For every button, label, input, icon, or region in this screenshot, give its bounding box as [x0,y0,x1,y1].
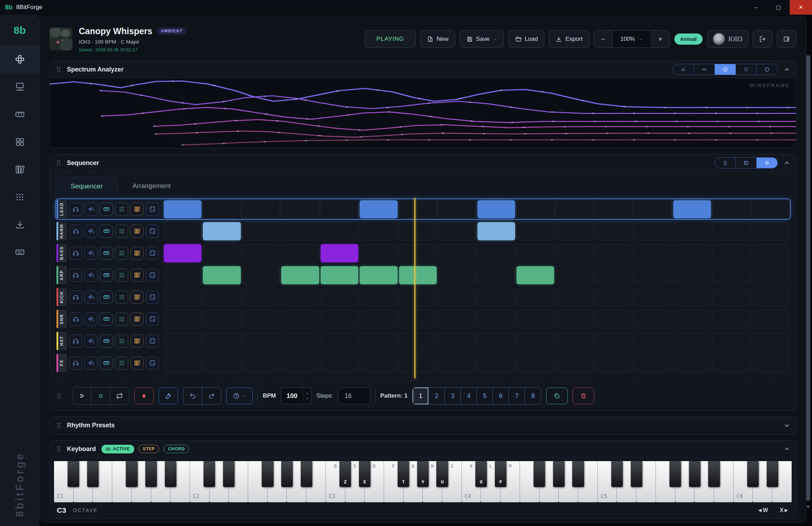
sequencer-split-panel-mode[interactable] [736,158,757,168]
step-cell[interactable] [712,244,750,262]
step-cell[interactable] [321,266,358,284]
step-cell[interactable] [712,222,750,240]
black-key[interactable]: Y [417,461,429,487]
step-cell[interactable] [595,332,633,350]
step-cell[interactable] [321,332,358,350]
library-button[interactable] [130,356,144,370]
step-cell[interactable] [281,200,319,218]
octave-down-button[interactable]: ◄W [757,507,768,513]
dots-grid-button[interactable] [115,203,128,216]
pattern-button-1[interactable]: 1 [413,388,429,404]
step-cell[interactable] [321,288,358,306]
sidebar-item-monitor-node[interactable] [0,73,39,100]
pattern-button-8[interactable]: 8 [525,388,541,404]
step-cell[interactable] [164,332,201,350]
step-cell[interactable] [634,244,672,262]
headphones-button[interactable] [69,356,82,370]
mute-button[interactable] [84,225,98,238]
step-cell[interactable] [556,266,593,284]
step-cell[interactable] [242,266,280,284]
step-cell[interactable] [321,310,358,328]
dice-button[interactable] [146,335,159,348]
step-cell[interactable] [164,244,201,262]
step-cell[interactable] [712,288,750,306]
sequencer-bulb-mode[interactable] [715,158,736,168]
step-cell[interactable] [399,332,437,350]
step-cell[interactable] [203,354,240,372]
black-key[interactable] [553,461,565,487]
step-cell[interactable] [595,244,633,262]
vertical-scrollbar[interactable] [806,52,810,521]
step-cell[interactable] [477,266,515,284]
steps-input[interactable]: 16 [338,388,370,404]
step-cell[interactable] [281,266,319,284]
step-cell[interactable] [752,266,789,284]
step-cell[interactable] [164,354,201,372]
black-key[interactable]: T [398,461,409,487]
step-cell[interactable] [281,222,319,240]
step-cell[interactable] [556,288,593,306]
new-button[interactable]: New [420,30,455,48]
step-cell[interactable] [399,200,437,218]
step-cell[interactable] [321,354,358,372]
piano-button[interactable] [100,203,113,216]
step-cell[interactable] [242,354,280,372]
dots-grid-button[interactable] [115,269,128,282]
dots-grid-button[interactable] [115,313,128,326]
step-cell[interactable] [164,200,201,218]
library-button[interactable] [130,203,144,216]
step-cell[interactable] [516,266,554,284]
step-cell[interactable] [281,244,319,262]
step-cell[interactable] [203,200,240,218]
step-cell[interactable] [438,332,476,350]
dice-button[interactable] [146,269,159,282]
step-cell[interactable] [752,332,789,350]
sidebar-item-dots-grid[interactable] [0,183,39,211]
black-key[interactable] [534,461,545,487]
step-cell[interactable] [673,200,711,218]
black-key[interactable] [747,461,759,487]
library-button[interactable] [130,291,144,304]
piano-button[interactable] [100,269,113,282]
piano-button[interactable] [100,356,113,370]
dice-button[interactable] [146,356,159,370]
step-cell[interactable] [595,354,633,372]
panel-toggle-button[interactable] [777,30,796,48]
spectrum-dots-grid-mode[interactable] [736,64,757,75]
black-key[interactable] [767,461,778,487]
collapse-sequencer-icon[interactable] [783,159,790,166]
chord-mode-badge[interactable]: CHORD [163,445,189,453]
step-cell[interactable] [712,266,750,284]
black-key[interactable]: Z [339,461,351,487]
step-cell[interactable] [281,310,319,328]
headphones-button[interactable] [69,225,82,238]
dots-grid-button[interactable] [115,247,128,260]
black-key[interactable] [262,461,273,487]
dice-button[interactable] [146,313,159,326]
step-cell[interactable] [164,288,201,306]
step-cell[interactable] [438,288,476,306]
step-cell[interactable] [321,244,358,262]
pattern-button-5[interactable]: 5 [477,388,493,404]
zoom-in-button[interactable]: + [651,31,669,47]
step-cell[interactable] [477,288,515,306]
step-cell[interactable] [673,266,711,284]
dice-button[interactable] [146,203,159,216]
redo-button[interactable] [202,388,221,404]
step-cell[interactable] [399,266,437,284]
headphones-button[interactable] [69,335,82,348]
step-cell[interactable] [634,332,672,350]
step-cell[interactable] [634,266,672,284]
step-cell[interactable] [634,354,672,372]
step-cell[interactable] [281,354,319,372]
track-row-kick[interactable]: KICK [56,287,790,307]
step-cell[interactable] [360,332,397,350]
mute-button[interactable] [84,203,98,216]
step-cell[interactable] [399,288,437,306]
sidebar-item-keyboard[interactable] [0,238,39,266]
step-cell[interactable] [164,266,201,284]
step-cell[interactable] [242,288,280,306]
track-row-bass[interactable]: BASS [56,243,790,263]
sidebar-item-dashboard[interactable] [0,128,39,156]
step-cell[interactable] [477,222,515,240]
